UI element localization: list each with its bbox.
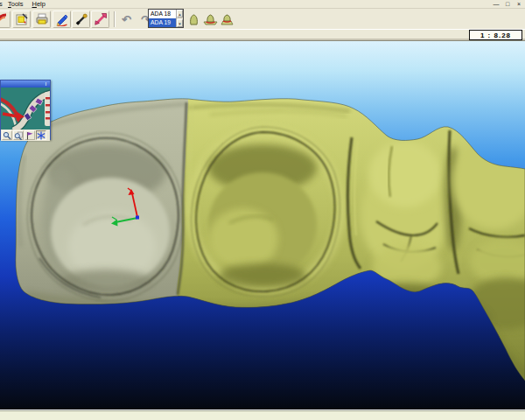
print-button[interactable] — [32, 10, 51, 28]
arch-map[interactable] — [1, 88, 50, 130]
menu-tools[interactable]: Tools — [4, 0, 28, 8]
snowflake-icon — [37, 131, 46, 140]
crown-die-icon — [220, 13, 234, 25]
edit-note-button[interactable] — [12, 10, 31, 28]
undo-button[interactable]: ↶ — [117, 10, 136, 28]
window-controls: — □ × — [492, 0, 523, 9]
app-window: s Tools Help — □ × — [0, 0, 525, 420]
undo-icon: ↶ — [122, 14, 131, 25]
minimize-button[interactable]: — — [492, 1, 500, 8]
axis-origin-point — [136, 216, 139, 220]
scale-indicator: 1 : 8.28 — [469, 30, 522, 40]
zoom-region-button[interactable] — [13, 130, 24, 140]
tooth-option-ada19[interactable]: ADA 19 — [149, 18, 176, 27]
restore-button[interactable]: □ — [503, 1, 512, 8]
show-crown-button[interactable] — [186, 10, 200, 28]
crown-margin-icon — [203, 13, 218, 25]
flag-marker-button[interactable] — [24, 130, 35, 140]
palette-title-fragment: l — [46, 80, 46, 88]
magnifier-doc-icon — [14, 131, 23, 140]
probe-icon — [74, 12, 88, 26]
arch-map-graphic — [1, 88, 50, 130]
show-margin-button[interactable] — [202, 10, 219, 28]
pencil-icon — [55, 12, 69, 26]
transform-button[interactable] — [91, 10, 109, 28]
flag-icon — [25, 131, 34, 140]
note-icon — [15, 12, 29, 26]
magnifier-icon — [3, 131, 11, 140]
menu-help[interactable]: Help — [28, 0, 50, 8]
rotate-3d-button[interactable] — [36, 130, 46, 140]
palette-toolbar — [1, 130, 50, 141]
zoom-view-button[interactable] — [2, 130, 12, 140]
menubar: s Tools Help — □ × — [0, 0, 525, 9]
dental-model-canvas[interactable] — [0, 41, 525, 410]
wax-tool-button[interactable] — [72, 10, 90, 28]
close-button[interactable]: × — [514, 1, 523, 8]
move-arrow-icon — [94, 12, 108, 26]
draw-margin-button[interactable] — [52, 10, 71, 28]
arch-map-palette[interactable]: l — [0, 80, 51, 140]
arch-scan-icon — [0, 12, 9, 26]
viewport-3d[interactable]: l — [0, 40, 525, 410]
sub-toolbar: 1 : 8.28 — [0, 29, 525, 40]
scroll-up-icon[interactable]: ▲ — [177, 10, 183, 18]
toolbar: ↶ ↷ ADA 18 ADA 19 ▲ ▼ — [0, 10, 525, 29]
tooth-option-ada18[interactable]: ADA 18 — [149, 10, 176, 18]
scroll-down-icon[interactable]: ▼ — [177, 19, 183, 27]
show-die-button[interactable] — [219, 10, 235, 28]
tooth-listbox[interactable]: ADA 18 ADA 19 ▲ ▼ — [148, 9, 184, 28]
crown-icon — [188, 13, 200, 25]
arch-scan-button[interactable] — [0, 10, 10, 28]
listbox-scrollbar[interactable]: ▲ ▼ — [176, 10, 183, 27]
palette-titlebar[interactable]: l — [1, 80, 50, 88]
printer-icon — [35, 12, 49, 26]
statusbar — [0, 410, 525, 420]
